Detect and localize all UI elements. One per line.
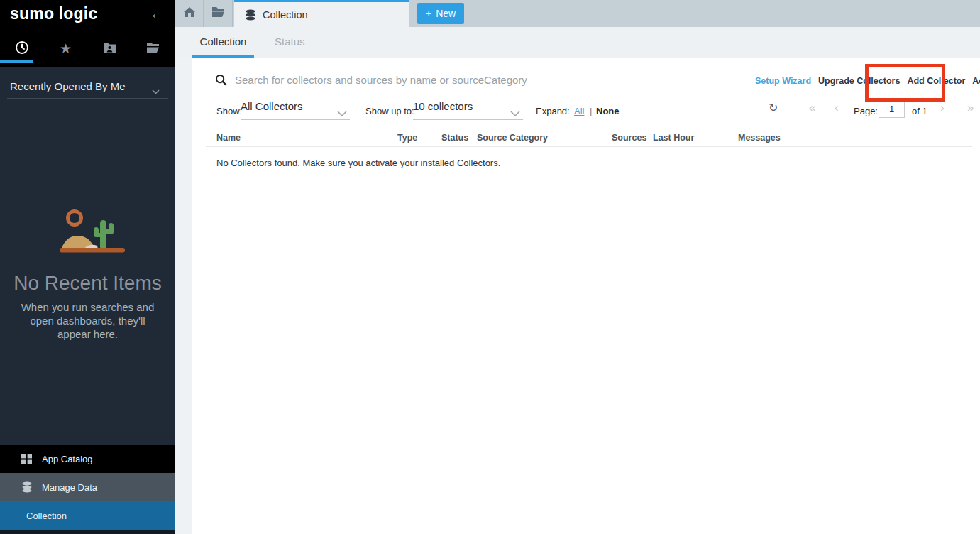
add-collector-link[interactable]: Add Collector — [907, 76, 965, 86]
page-number-input[interactable] — [879, 100, 905, 118]
recent-filter-label: Recently Opened By Me — [10, 80, 126, 92]
limit-filter-label: Show up to: — [365, 106, 414, 116]
expand-label: Expand: — [536, 106, 570, 116]
logo-bar: sumo logic ← — [0, 0, 175, 30]
search-input[interactable] — [235, 70, 632, 89]
sumo-logic-logo: sumo logic — [10, 4, 97, 23]
column-header-name[interactable]: Name — [216, 133, 241, 143]
chevron-down-icon — [510, 107, 520, 119]
subtab-bar: Collection Status — [175, 27, 980, 58]
show-filter-value: All Collectors — [241, 100, 303, 112]
no-recent-items-title: No Recent Items — [0, 272, 175, 295]
manage-data-label: Manage Data — [42, 482, 97, 493]
active-nav-indicator — [0, 60, 33, 63]
database-icon — [245, 9, 256, 21]
column-header-sources[interactable]: Sources — [612, 133, 646, 143]
recent-filter-dropdown[interactable]: Recently Opened By Me — [7, 75, 168, 99]
sidebar-item-personal[interactable] — [88, 30, 132, 67]
grid-icon — [21, 454, 33, 464]
column-header-messages[interactable]: Messages — [738, 133, 781, 143]
column-header-source-category[interactable]: Source Category — [477, 133, 548, 143]
app-window: sumo logic ← ★ — [0, 0, 980, 534]
sidebar-item-collection[interactable]: Collection — [0, 501, 175, 530]
sidebar-item-app-catalog[interactable]: App Catalog — [0, 445, 175, 473]
prev-page-icon[interactable]: ‹ — [835, 102, 839, 114]
expand-none-link[interactable]: None — [596, 106, 620, 116]
home-button[interactable] — [175, 0, 204, 27]
library-button[interactable] — [204, 0, 233, 27]
home-icon — [183, 6, 196, 21]
expand-all-link[interactable]: All — [574, 106, 584, 116]
new-button-label: New — [436, 8, 456, 19]
tab-collection[interactable]: Collection — [234, 0, 409, 27]
column-header-status[interactable]: Status — [441, 133, 468, 143]
column-header-last-hour[interactable]: Last Hour — [653, 133, 694, 143]
main-area: Collection +New Collection Status Setup … — [175, 0, 980, 534]
access-keys-link[interactable]: Access Keys — [972, 76, 980, 86]
subtab-status[interactable]: Status — [275, 27, 305, 58]
table-header-divider — [206, 146, 972, 147]
sidebar-item-favorites[interactable]: ★ — [44, 30, 88, 67]
new-tab-button[interactable]: +New — [417, 3, 464, 24]
limit-filter-value: 10 collectors — [413, 100, 473, 112]
show-filter-dropdown[interactable]: All Collectors — [241, 100, 350, 120]
top-tab-bar: Collection +New — [175, 0, 980, 27]
sidebar-item-manage-data[interactable]: Manage Data — [0, 473, 175, 501]
page-of-label: of 1 — [912, 106, 927, 116]
limit-filter-dropdown[interactable]: 10 collectors — [413, 100, 523, 120]
search-icon — [215, 74, 227, 89]
star-icon: ★ — [60, 42, 72, 55]
sidebar-item-library[interactable] — [131, 30, 175, 67]
empty-table-message: No Collectors found. Make sure you activ… — [216, 158, 500, 168]
next-page-icon[interactable]: › — [940, 102, 945, 114]
personal-folder-icon — [103, 42, 116, 56]
show-filter-label: Show: — [216, 106, 242, 116]
collection-label: Collection — [26, 511, 67, 521]
sidebar: sumo logic ← ★ — [0, 0, 175, 534]
header-links: Setup Wizard Upgrade Collectors Add Coll… — [755, 76, 980, 86]
folder-open-icon — [146, 42, 160, 56]
first-page-icon[interactable]: « — [809, 102, 815, 114]
last-page-icon[interactable]: » — [967, 102, 974, 114]
chevron-down-icon — [337, 107, 347, 119]
subtab-collection[interactable]: Collection — [192, 27, 254, 58]
expand-divider: | — [590, 106, 592, 116]
sun-ring — [68, 212, 82, 225]
clock-icon — [15, 40, 29, 58]
sidebar-bottom-menu: App Catalog Manage Data Collection — [0, 445, 175, 534]
page-label: Page: — [854, 106, 878, 116]
database-icon — [21, 481, 33, 493]
setup-wizard-link[interactable]: Setup Wizard — [755, 76, 811, 86]
chevron-down-icon — [152, 85, 160, 97]
tab-collection-label: Collection — [263, 9, 308, 21]
collapse-sidebar-icon[interactable]: ← — [150, 5, 165, 22]
app-catalog-label: App Catalog — [42, 454, 93, 464]
no-recent-items-caption: When you run searches and open dashboard… — [13, 300, 163, 341]
plus-icon: + — [426, 8, 431, 19]
desert-illustration — [57, 206, 128, 258]
upgrade-collectors-link[interactable]: Upgrade Collectors — [818, 76, 900, 86]
sidebar-menu-strip — [0, 530, 175, 534]
folder-open-icon — [211, 6, 226, 21]
refresh-icon[interactable]: ↻ — [769, 102, 778, 114]
column-header-type[interactable]: Type — [397, 133, 417, 143]
collection-content: Setup Wizard Upgrade Collectors Add Coll… — [175, 58, 980, 534]
